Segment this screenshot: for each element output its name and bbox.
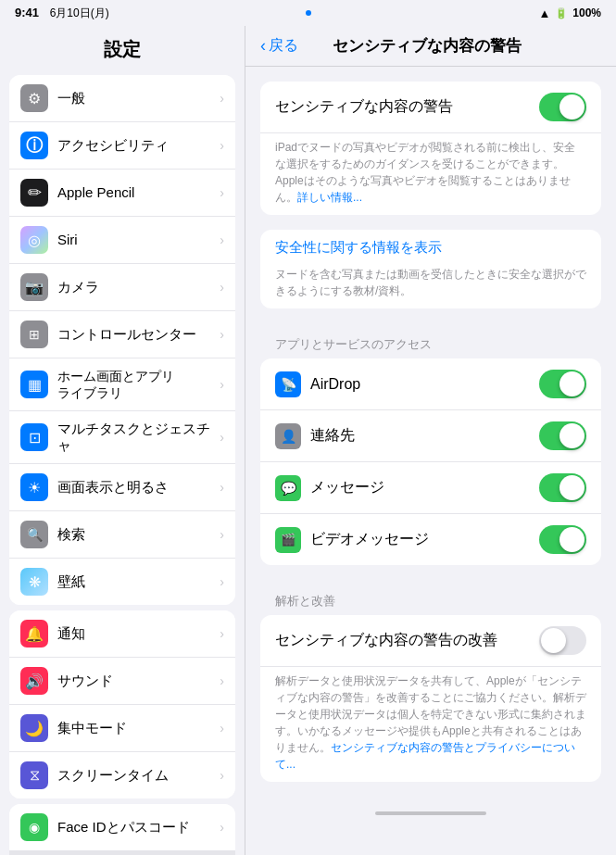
- chevron-icon: ›: [220, 377, 224, 392]
- status-right: ▲ 🔋 100%: [538, 6, 601, 20]
- sidebar-item-multitask[interactable]: ⊡ マルチタスクとジェスチャ ›: [9, 411, 235, 464]
- screentime-label: スクリーンタイム: [57, 767, 169, 784]
- messages-row: 💬 メッセージ: [260, 462, 601, 514]
- status-time: 9:41 6月10日(月): [15, 6, 109, 21]
- camera-label: カメラ: [57, 279, 99, 295]
- airdrop-label: AirDrop: [310, 376, 539, 393]
- battery-percent: 100%: [572, 6, 601, 19]
- analytics-section: センシティブな内容の警告の改善 解析データと使用状況データを共有して、Apple…: [260, 615, 601, 782]
- back-chevron-icon: ‹: [260, 36, 266, 56]
- contacts-toggle[interactable]: [539, 421, 586, 450]
- toggle-knob: [541, 628, 566, 653]
- wallpaper-icon: ❋: [20, 568, 48, 596]
- app-access-header: アプリとサービスのアクセス: [260, 323, 601, 358]
- toggle-knob: [559, 423, 585, 448]
- main-toggle-section: センシティブな内容の警告 iPadでヌードの写真やビデオが閲覧される前に検出し、…: [260, 82, 601, 215]
- facetime-toggle[interactable]: [539, 525, 586, 554]
- notifications-label: 通知: [57, 625, 85, 642]
- date-display: 6月10日(月): [50, 6, 109, 19]
- sidebar-item-screentime[interactable]: ⧖ スクリーンタイム ›: [9, 752, 235, 798]
- sidebar: 設定 ⚙ 一般 › ⓘ アクセシビリティ › ✏ Apple Pencil › …: [0, 26, 245, 855]
- faceid-icon: ◉: [20, 813, 48, 841]
- toggle-knob: [559, 527, 585, 552]
- home-indicator: [375, 811, 486, 815]
- analytics-description: 解析データと使用状況データを共有して、Appleが「センシティブな内容の警告」を…: [260, 667, 601, 782]
- dot-indicator: [306, 10, 311, 16]
- wallpaper-label: 壁紙: [57, 573, 85, 590]
- sidebar-item-camera[interactable]: 📷 カメラ ›: [9, 264, 235, 311]
- homescreen-icon: ▦: [20, 371, 48, 398]
- sensitive-warning-description: iPadでヌードの写真やビデオが閲覧される前に検出し、安全な選択をするためのガイ…: [260, 133, 601, 215]
- sidebar-item-notifications[interactable]: 🔔 通知 ›: [9, 610, 235, 658]
- back-button[interactable]: ‹ 戻る: [260, 36, 298, 56]
- sidebar-item-sounds[interactable]: 🔊 サウンド ›: [9, 658, 235, 705]
- camera-icon: 📷: [20, 273, 48, 301]
- chevron-icon: ›: [220, 527, 224, 542]
- analytics-link[interactable]: センシティブな内容の警告とプライバシーについて...: [275, 741, 575, 771]
- applepencil-label: Apple Pencil: [57, 184, 134, 201]
- contacts-label: 連絡先: [310, 426, 539, 446]
- airdrop-icon: 📡: [275, 371, 301, 397]
- safety-info-link[interactable]: 安全性に関する情報を表示: [260, 230, 601, 266]
- chevron-icon: ›: [220, 768, 224, 783]
- main-layout: 設定 ⚙ 一般 › ⓘ アクセシビリティ › ✏ Apple Pencil › …: [0, 26, 616, 855]
- facetime-row: 🎬 ビデオメッセージ: [260, 514, 601, 565]
- chevron-icon: ›: [220, 233, 224, 247]
- airdrop-row: 📡 AirDrop: [260, 358, 601, 410]
- applepencil-icon: ✏: [20, 179, 48, 207]
- airdrop-toggle[interactable]: [539, 370, 586, 398]
- app-access-section: 📡 AirDrop 👤 連絡先 💬 メッセージ: [260, 358, 601, 565]
- sidebar-item-general[interactable]: ⚙ 一般 ›: [9, 75, 235, 122]
- controlcenter-icon: ⊞: [20, 321, 48, 348]
- chevron-icon: ›: [220, 673, 224, 688]
- sidebar-section-1: ⚙ 一般 › ⓘ アクセシビリティ › ✏ Apple Pencil › ◎ S…: [9, 75, 235, 605]
- chevron-icon: ›: [220, 480, 224, 495]
- multitask-icon: ⊡: [20, 423, 48, 451]
- sidebar-item-accessibility[interactable]: ⓘ アクセシビリティ ›: [9, 122, 235, 170]
- blue-link-section: 安全性に関する情報を表示 ヌードを含む写真または動画を受信したときに安全な選択が…: [260, 230, 601, 308]
- display-label: 画面表示と明るさ: [57, 479, 169, 496]
- controlcenter-label: コントロールセンター: [57, 326, 196, 343]
- notifications-icon: 🔔: [20, 620, 48, 648]
- status-bar: 9:41 6月10日(月) ▲ 🔋 100%: [0, 0, 616, 26]
- sounds-label: サウンド: [57, 673, 113, 689]
- sidebar-title: 設定: [0, 26, 245, 69]
- accessibility-label: アクセシビリティ: [57, 137, 169, 154]
- contacts-row: 👤 連絡先: [260, 410, 601, 462]
- analytics-toggle-label: センシティブな内容の警告の改善: [275, 631, 539, 650]
- battery-icon: 🔋: [555, 7, 568, 19]
- sidebar-item-display[interactable]: ☀ 画面表示と明るさ ›: [9, 464, 235, 511]
- more-info-link[interactable]: 詳しい情報...: [297, 191, 362, 204]
- chevron-icon: ›: [220, 91, 224, 106]
- siri-label: Siri: [57, 232, 78, 248]
- sidebar-item-search[interactable]: 🔍 検索 ›: [9, 511, 235, 559]
- back-label: 戻る: [269, 36, 298, 56]
- sidebar-item-focus[interactable]: 🌙 集中モード ›: [9, 705, 235, 752]
- sensitive-warning-toggle[interactable]: [539, 93, 586, 121]
- messages-toggle[interactable]: [539, 473, 586, 502]
- sensitive-toggle-row: センシティブな内容の警告: [260, 82, 601, 133]
- general-label: 一般: [57, 90, 85, 107]
- sidebar-item-privacy[interactable]: ✋ プライバシーとセキュリティ ›: [9, 851, 235, 855]
- sidebar-item-faceid[interactable]: ◉ Face IDとパスコード ›: [9, 804, 235, 851]
- contacts-icon: 👤: [275, 423, 301, 449]
- chevron-icon: ›: [220, 138, 224, 153]
- search-label: 検索: [57, 526, 85, 543]
- chevron-icon: ›: [220, 430, 224, 445]
- chevron-icon: ›: [220, 721, 224, 736]
- screentime-icon: ⧖: [20, 761, 48, 789]
- sidebar-item-homescreen[interactable]: ▦ ホーム画面とアプリライブラリ ›: [9, 358, 235, 411]
- analytics-toggle[interactable]: [539, 626, 586, 655]
- chevron-icon: ›: [220, 820, 224, 835]
- toggle-knob: [559, 94, 585, 119]
- sidebar-item-controlcenter[interactable]: ⊞ コントロールセンター ›: [9, 311, 235, 358]
- facetime-label: ビデオメッセージ: [310, 530, 539, 549]
- toggle-knob: [559, 371, 585, 396]
- blue-link-description: ヌードを含む写真または動画を受信したときに安全な選択ができるようにする教材/資料…: [260, 266, 601, 308]
- home-indicator-area: [245, 811, 616, 823]
- chevron-icon: ›: [220, 626, 224, 641]
- sidebar-item-wallpaper[interactable]: ❋ 壁紙 ›: [9, 559, 235, 605]
- sidebar-item-applepencil[interactable]: ✏ Apple Pencil ›: [9, 170, 235, 217]
- content-body: センシティブな内容の警告 iPadでヌードの写真やビデオが閲覧される前に検出し、…: [245, 67, 616, 811]
- sidebar-item-siri[interactable]: ◎ Siri ›: [9, 217, 235, 264]
